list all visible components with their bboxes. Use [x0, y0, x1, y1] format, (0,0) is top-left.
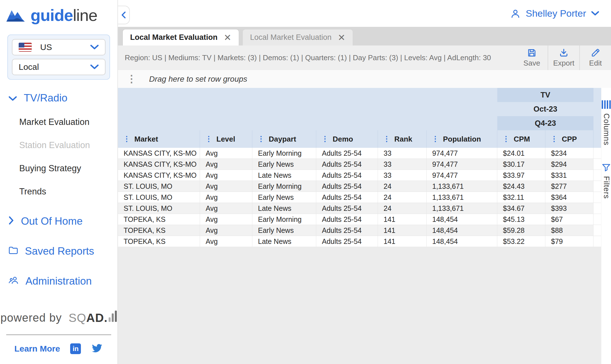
drag-grip-icon[interactable]: ⋮	[502, 136, 510, 142]
row-filler	[593, 203, 601, 214]
cell-cpm: $59.28	[497, 225, 545, 236]
tab-local-market-evaluation-1[interactable]: Local Market Evaluation ✕	[122, 29, 239, 46]
group-header-month-row: Oct-23	[118, 102, 601, 116]
table-row[interactable]: TOPEKA, KSAvgEarly NewsAdults 25-5414114…	[118, 225, 601, 236]
cell-population: 148,454	[427, 214, 497, 225]
grid-body: KANSAS CITY, KS-MOAvgEarly MorningAdults…	[118, 148, 601, 247]
filters-label: Filters	[602, 176, 611, 199]
row-filler	[593, 236, 601, 247]
group-header-medium[interactable]: TV	[497, 88, 593, 102]
drag-grip-icon[interactable]: ⋮	[383, 136, 390, 142]
save-icon	[527, 48, 537, 58]
cell-population: 148,454	[427, 225, 497, 236]
cell-market: KANSAS CITY, KS-MO	[118, 159, 200, 170]
logo-guide: guide	[31, 6, 73, 24]
cell-daypart: Late News	[252, 203, 316, 214]
cell-daypart: Early Morning	[252, 181, 316, 192]
user-name: Shelley Porter	[526, 8, 586, 19]
table-row[interactable]: KANSAS CITY, KS-MOAvgEarly NewsAdults 25…	[118, 159, 601, 170]
market-type-select-value: Local	[19, 62, 39, 72]
sidebar-item-administration[interactable]: Administration	[0, 275, 117, 287]
linkedin-icon[interactable]: in	[70, 343, 81, 354]
table-row[interactable]: ST. LOUIS, MOAvgEarly NewsAdults 25-5424…	[118, 192, 601, 203]
tab-local-market-evaluation-2[interactable]: Local Market Evaluation ✕	[242, 29, 353, 46]
close-icon[interactable]: ✕	[338, 33, 345, 42]
columns-icon	[602, 100, 611, 109]
drag-grip-icon[interactable]: ⋮	[205, 136, 212, 142]
sidebar-item-station-evaluation: Station Evaluation	[0, 140, 117, 150]
drag-grip-icon[interactable]: ⋮	[321, 136, 329, 142]
cell-population: 974,477	[427, 148, 497, 159]
country-select-value: US	[40, 42, 52, 52]
edit-button[interactable]: Edit	[579, 46, 611, 70]
column-header-level[interactable]: ⋮Level	[200, 130, 252, 148]
table-row[interactable]: ST. LOUIS, MOAvgLate NewsAdults 25-54241…	[118, 203, 601, 214]
sidebar-item-market-evaluation[interactable]: Market Evaluation	[0, 117, 117, 127]
header-filler	[593, 102, 601, 116]
save-button[interactable]: Save	[516, 46, 548, 70]
cell-market: KANSAS CITY, KS-MO	[118, 170, 200, 181]
filters-panel-toggle[interactable]: Filters	[602, 164, 611, 199]
market-type-select[interactable]: Local	[12, 59, 106, 75]
sidebar-item-out-of-home[interactable]: Out Of Home	[0, 215, 117, 227]
column-header-cpm[interactable]: ⋮CPM	[497, 130, 545, 148]
export-button[interactable]: Export	[548, 46, 579, 70]
drag-grip-icon[interactable]: ⋮	[257, 136, 265, 142]
chevron-down-icon	[591, 11, 599, 16]
twitter-icon[interactable]	[91, 343, 103, 354]
sidebar-item-trends[interactable]: Trends	[0, 187, 117, 197]
group-header-month[interactable]: Oct-23	[497, 102, 593, 116]
cell-cpp: $88	[545, 225, 593, 236]
drag-grip-icon[interactable]: ⋮	[123, 136, 130, 142]
sqad-bars-icon	[109, 311, 117, 322]
learn-more-link[interactable]: Learn More	[14, 344, 60, 354]
country-select[interactable]: US	[12, 39, 106, 55]
cell-demo: Adults 25-54	[316, 181, 378, 192]
cell-daypart: Early News	[252, 192, 316, 203]
side-rail: Columns Filters	[601, 88, 611, 364]
table-row[interactable]: ST. LOUIS, MOAvgEarly MorningAdults 25-5…	[118, 181, 601, 192]
column-header-population[interactable]: ⋮Population	[427, 130, 497, 148]
table-row[interactable]: KANSAS CITY, KS-MOAvgLate NewsAdults 25-…	[118, 170, 601, 181]
cell-daypart: Early News	[252, 159, 316, 170]
table-row[interactable]: TOPEKA, KSAvgLate NewsAdults 25-54141148…	[118, 236, 601, 247]
cell-demo: Adults 25-54	[316, 203, 378, 214]
group-header-quarter[interactable]: Q4-23	[497, 116, 593, 130]
sqad-ad: AD	[86, 311, 104, 325]
table-row[interactable]: TOPEKA, KSAvgEarly MorningAdults 25-5414…	[118, 214, 601, 225]
cell-cpp: $364	[545, 192, 593, 203]
cell-demo: Adults 25-54	[316, 170, 378, 181]
top-header: Shelley Porter	[118, 0, 611, 27]
column-header-demo[interactable]: ⋮Demo	[316, 130, 378, 148]
table-row[interactable]: KANSAS CITY, KS-MOAvgEarly MorningAdults…	[118, 148, 601, 159]
app-window: guideline US Local TV/R	[0, 0, 611, 364]
sidebar-item-saved-reports[interactable]: Saved Reports	[0, 245, 117, 257]
header-spacer	[118, 88, 497, 102]
columns-panel-toggle[interactable]: Columns	[602, 100, 611, 146]
sidebar-footer: powered by SQAD. Learn More in	[0, 311, 117, 364]
cell-rank: 24	[378, 181, 427, 192]
chevron-down-icon	[8, 92, 17, 104]
column-header-cpp[interactable]: ⋮CPP	[545, 130, 593, 148]
app-logo: guideline	[0, 0, 117, 26]
drag-grip-icon[interactable]: ⋮	[550, 136, 558, 142]
cell-cpm: $34.67	[497, 203, 545, 214]
column-header-daypart[interactable]: ⋮Daypart	[252, 130, 316, 148]
sidebar-collapse-button[interactable]	[118, 6, 130, 24]
sidebar-item-buying-strategy[interactable]: Buying Strategy	[0, 163, 117, 174]
header-spacer	[118, 102, 497, 116]
row-group-drop-zone[interactable]: ⋮ Drag here to set row groups	[118, 70, 611, 88]
user-menu[interactable]: Shelley Porter	[510, 8, 599, 19]
column-header-rank[interactable]: ⋮Rank	[378, 130, 427, 148]
cell-cpp: $67	[545, 214, 593, 225]
column-header-label: Population	[443, 135, 481, 144]
close-icon[interactable]: ✕	[224, 33, 231, 42]
sidebar-item-tv-radio[interactable]: TV/Radio	[0, 92, 117, 104]
cell-population: 974,477	[427, 159, 497, 170]
column-header-market[interactable]: ⋮Market	[118, 130, 200, 148]
grid-area: TV Oct-23 Q4-23 ⋮Market⋮Level⋮Daypart⋮De…	[118, 88, 611, 364]
cell-cpp: $277	[545, 181, 593, 192]
drag-grip-icon[interactable]: ⋮	[432, 136, 439, 142]
column-header-label: Daypart	[269, 135, 296, 144]
region-select-panel: US Local	[7, 34, 110, 80]
